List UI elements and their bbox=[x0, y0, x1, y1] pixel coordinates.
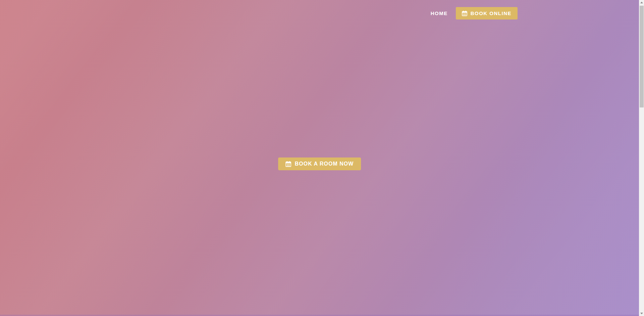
book-a-room-now-label: BOOK A ROOM NOW bbox=[295, 161, 354, 167]
scrollbar-thumb[interactable] bbox=[640, 6, 644, 107]
nav-link-home[interactable]: HOME bbox=[431, 11, 448, 16]
book-a-room-now-button[interactable]: BOOK A ROOM NOW bbox=[278, 157, 361, 170]
scrollbar-down-button[interactable] bbox=[639, 311, 644, 316]
top-nav: HOME BOOK ONLINE bbox=[431, 7, 518, 19]
page-background: HOME BOOK ONLINE bbox=[0, 0, 639, 316]
calendar-icon bbox=[462, 11, 467, 16]
scrollbar-up-button[interactable] bbox=[639, 0, 644, 5]
arrow-down-icon bbox=[640, 313, 643, 314]
vertical-scrollbar[interactable] bbox=[639, 0, 644, 316]
browser-viewport: HOME BOOK ONLINE bbox=[0, 0, 644, 316]
book-online-label: BOOK ONLINE bbox=[471, 11, 512, 16]
next-section-edge bbox=[0, 315, 639, 316]
book-online-button[interactable]: BOOK ONLINE bbox=[456, 7, 518, 19]
arrow-up-icon bbox=[640, 2, 643, 3]
calendar-icon bbox=[285, 161, 291, 167]
